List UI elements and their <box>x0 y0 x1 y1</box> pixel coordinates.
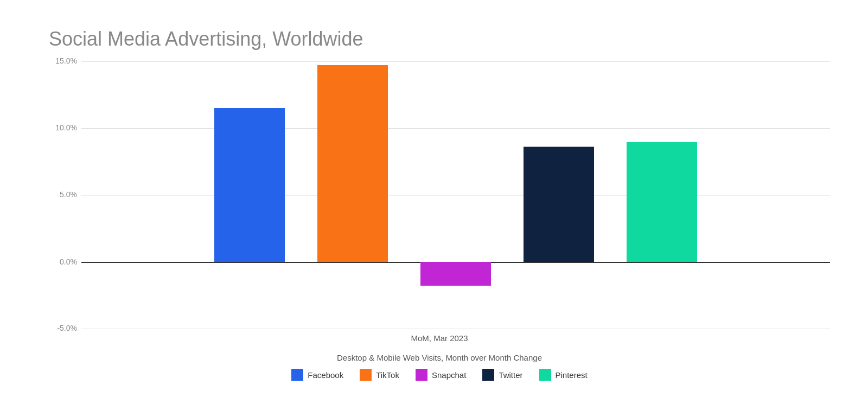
bars-container <box>81 61 830 329</box>
legend: FacebookTikTokSnapchatTwitterPinterest <box>49 369 830 381</box>
bar-tiktok <box>317 65 388 262</box>
legend-label-snapchat: Snapchat <box>432 370 466 380</box>
y-axis-label: 5.0% <box>60 190 77 199</box>
legend-color-pinterest <box>539 369 551 381</box>
legend-label-pinterest: Pinterest <box>556 370 588 380</box>
chart-plot-area: 15.0%10.0%5.0%0.0%-5.0% <box>49 61 830 329</box>
chart-title: Social Media Advertising, Worldwide <box>49 28 830 51</box>
chart-subtitle: Desktop & Mobile Web Visits, Month over … <box>49 353 830 362</box>
bar-group-twitter <box>524 61 594 329</box>
bar-pinterest <box>627 142 697 262</box>
bar-snapchat <box>420 262 491 286</box>
x-axis-label: MoM, Mar 2023 <box>411 333 468 343</box>
legend-color-tiktok <box>360 369 372 381</box>
bar-group-tiktok <box>317 61 388 329</box>
y-axis-label: 10.0% <box>55 123 77 132</box>
legend-label-tiktok: TikTok <box>376 370 399 380</box>
bar-twitter <box>524 147 594 262</box>
y-axis-label: 0.0% <box>60 257 77 266</box>
legend-color-facebook <box>291 369 303 381</box>
legend-label-twitter: Twitter <box>499 370 522 380</box>
legend-item-pinterest: Pinterest <box>539 369 588 381</box>
bar-facebook <box>214 108 285 262</box>
chart-area: 15.0%10.0%5.0%0.0%-5.0% MoM, Mar 2023 <box>49 61 830 348</box>
bar-group-snapchat <box>420 61 491 329</box>
legend-item-tiktok: TikTok <box>360 369 399 381</box>
chart-container: Social Media Advertising, Worldwide 15.0… <box>16 11 852 392</box>
legend-item-snapchat: Snapchat <box>416 369 466 381</box>
legend-label-facebook: Facebook <box>308 370 343 380</box>
legend-color-twitter <box>482 369 494 381</box>
legend-item-twitter: Twitter <box>482 369 522 381</box>
legend-item-facebook: Facebook <box>291 369 343 381</box>
bar-group-pinterest <box>627 61 697 329</box>
x-label-area: MoM, Mar 2023 <box>49 329 830 348</box>
y-axis-label: 15.0% <box>55 56 77 65</box>
legend-color-snapchat <box>416 369 427 381</box>
bar-group-facebook <box>214 61 285 329</box>
